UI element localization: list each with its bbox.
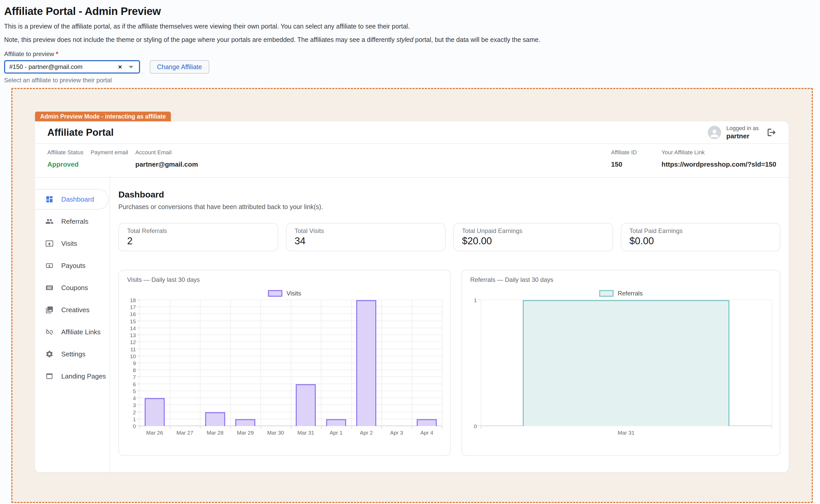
intro-paragraph-1: This is a preview of the affiliate porta… xyxy=(4,22,820,30)
sidebar-item-dashboard[interactable]: Dashboard xyxy=(35,189,109,210)
x-tick-label: Mar 31 xyxy=(618,430,635,436)
sidebar-item-label: Settings xyxy=(61,350,85,358)
logout-icon[interactable] xyxy=(767,128,776,137)
dashboard-main: Dashboard Purchases or conversions that … xyxy=(110,178,789,472)
y-tick-label: 11 xyxy=(130,346,136,352)
affiliate-id-value: 150 xyxy=(611,160,644,168)
sidebar-nav: DashboardReferralsVisits$PayoutsCouponsC… xyxy=(35,178,110,472)
affiliate-select-value: #150 - partner@gmail.com xyxy=(9,63,82,70)
coupons-icon xyxy=(45,284,53,292)
sidebar-item-label: Landing Pages xyxy=(61,372,106,380)
info-col-affiliate-status: Affiliate StatusApproved xyxy=(47,149,83,168)
visits-chart-card: Visits — Daily last 30 daysVisits0123456… xyxy=(118,270,451,456)
payouts-icon: $ xyxy=(45,262,53,270)
intro-paragraph-2: Note, this preview does not include the … xyxy=(4,35,820,44)
sidebar-item-label: Creatives xyxy=(61,306,89,314)
affiliate-link-value: https://wordpresshop.com/?sld=150 xyxy=(662,160,776,168)
referrals-icon xyxy=(45,217,53,226)
x-tick-label: Mar 26 xyxy=(146,430,163,436)
info-label: Account Email xyxy=(135,149,198,156)
x-tick-label: Mar 30 xyxy=(267,430,284,436)
bar-mar-31 xyxy=(523,300,729,426)
stat-label: Total Paid Earnings xyxy=(630,228,772,234)
sidebar-item-landing-pages[interactable]: Landing Pages xyxy=(35,366,109,386)
bar-mar-28 xyxy=(205,412,225,426)
change-affiliate-button[interactable]: Change Affiliate xyxy=(150,60,209,74)
y-tick-label: 4 xyxy=(133,395,136,401)
affiliate-id-link-group: Affiliate ID 150 Your Affiliate Link htt… xyxy=(611,149,776,168)
bar-mar-29 xyxy=(235,419,255,426)
dashboard-heading: Dashboard xyxy=(118,190,780,200)
stat-card-total-referrals: Total Referrals2 xyxy=(118,223,278,251)
affiliate-select[interactable]: #150 - partner@gmail.com × xyxy=(4,60,140,74)
clear-selection-icon[interactable]: × xyxy=(118,64,122,70)
stats-row: Total Referrals2Total Visits34Total Unpa… xyxy=(118,223,780,251)
logged-in-user: Logged in as partner xyxy=(708,125,776,140)
portal-panel: Affiliate Portal Logged in as partner Af… xyxy=(35,121,789,472)
sidebar-item-settings[interactable]: Settings xyxy=(35,344,109,364)
chart-legend: Visits xyxy=(127,290,442,297)
sidebar-item-affiliate-links[interactable]: Affiliate Links xyxy=(35,322,109,342)
x-tick-label: Apr 3 xyxy=(390,430,403,436)
username: partner xyxy=(726,132,759,140)
chart-title: Referrals — Daily last 30 days xyxy=(470,276,772,284)
bar-apr-4 xyxy=(417,419,437,426)
legend-swatch xyxy=(268,290,282,297)
plot-area: 01 xyxy=(470,300,772,426)
y-tick-label: 3 xyxy=(133,402,136,408)
stat-value: $0.00 xyxy=(630,236,772,246)
bar-apr-2 xyxy=(356,300,376,426)
info-col-affiliate-id: Affiliate ID 150 xyxy=(611,149,644,168)
affiliate-links-icon xyxy=(45,328,53,336)
chevron-down-icon[interactable] xyxy=(129,66,133,68)
charts-row: Visits — Daily last 30 daysVisits0123456… xyxy=(118,270,780,456)
sidebar-item-coupons[interactable]: Coupons xyxy=(35,277,109,298)
creatives-icon xyxy=(45,306,53,314)
sidebar-item-creatives[interactable]: Creatives xyxy=(35,300,109,320)
info-col-account-email: Account Emailpartner@gmail.com xyxy=(135,149,198,168)
dashboard-icon xyxy=(45,195,53,203)
chart-plot: 01 xyxy=(480,300,772,426)
x-tick-label: Mar 29 xyxy=(237,430,254,436)
y-tick-label: 1 xyxy=(133,416,136,422)
stat-card-total-visits: Total Visits34 xyxy=(286,223,446,251)
sidebar-item-visits[interactable]: Visits xyxy=(35,233,109,254)
info-col-payment-email: Payment email xyxy=(91,149,128,168)
y-tick-label: 6 xyxy=(133,381,136,387)
y-tick-label: 8 xyxy=(133,367,136,373)
sidebar-item-referrals[interactable]: Referrals xyxy=(35,211,109,232)
legend-label: Referrals xyxy=(618,290,643,297)
stat-label: Total Visits xyxy=(295,228,437,234)
y-tick-label: 16 xyxy=(130,311,136,317)
sidebar-item-label: Coupons xyxy=(61,284,88,292)
user-meta: Logged in as partner xyxy=(726,125,759,140)
y-tick-label: 17 xyxy=(130,304,136,310)
y-tick-label: 9 xyxy=(133,361,136,366)
svg-text:$: $ xyxy=(48,264,51,268)
x-tick-label: Apr 4 xyxy=(420,430,433,436)
y-tick-label: 2 xyxy=(133,409,136,415)
x-tick-label: Mar 31 xyxy=(298,430,314,436)
plot-area: 0123456789101112131415161718 xyxy=(127,300,442,426)
portal-content: DashboardReferralsVisits$PayoutsCouponsC… xyxy=(35,178,789,472)
page: Affiliate Portal - Admin Preview This is… xyxy=(0,0,820,504)
stat-value: 2 xyxy=(127,236,270,246)
info-value: Approved xyxy=(47,160,83,168)
settings-icon xyxy=(45,350,53,358)
stat-value: 34 xyxy=(295,236,437,246)
stat-card-total-unpaid-earnings: Total Unpaid Earnings$20.00 xyxy=(453,223,613,251)
page-title: Affiliate Portal - Admin Preview xyxy=(4,5,820,17)
y-axis xyxy=(470,300,480,426)
avatar xyxy=(708,126,721,139)
x-axis-labels: Mar 26Mar 27Mar 28Mar 29Mar 30Mar 31Apr … xyxy=(139,430,442,437)
visits-icon xyxy=(45,239,53,248)
stat-label: Total Referrals xyxy=(127,228,270,234)
bar-mar-31 xyxy=(296,384,316,426)
dashboard-subheading: Purchases or conversions that have been … xyxy=(118,203,780,211)
x-tick-label: Mar 27 xyxy=(176,430,193,436)
x-tick-label: Apr 1 xyxy=(330,430,343,436)
affiliate-id-label: Affiliate ID xyxy=(611,149,644,156)
admin-preview-badge: Admin Preview Mode - interacting as affi… xyxy=(35,112,171,121)
sidebar-item-label: Dashboard xyxy=(61,195,94,203)
sidebar-item-payouts[interactable]: $Payouts xyxy=(35,255,109,276)
